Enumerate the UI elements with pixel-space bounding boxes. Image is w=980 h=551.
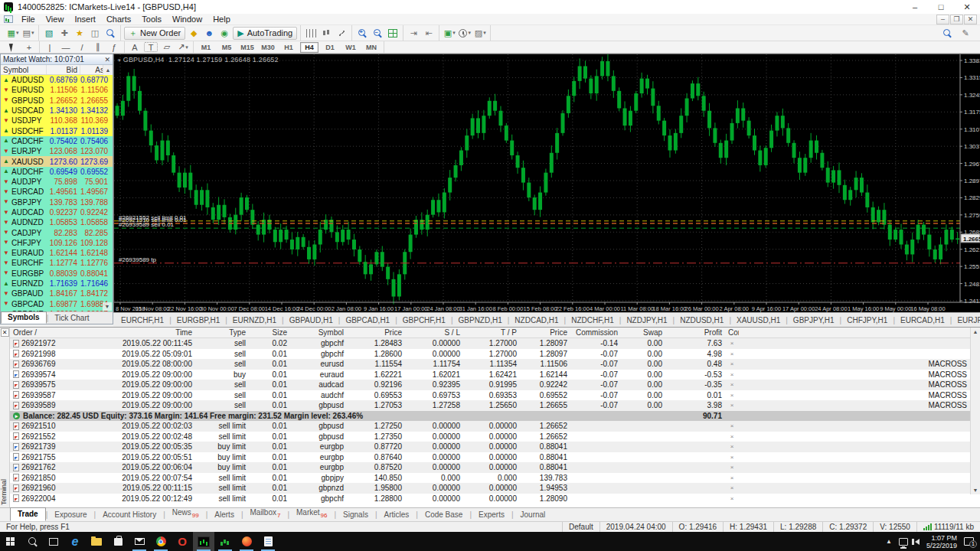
column-header-sl[interactable]: S / L bbox=[405, 328, 463, 337]
expert-advisors-icon[interactable]: ◆ bbox=[187, 27, 201, 40]
chart-tab-nzdusd-h1[interactable]: NZDUSD,H1 bbox=[675, 315, 729, 327]
order-row-26936769[interactable]: 269367692019.05.22 08:00:00sell0.01eurus… bbox=[10, 359, 970, 370]
chart-tab-eurcad-h1[interactable]: EURCAD,H1 bbox=[895, 315, 950, 327]
zoom-out-icon[interactable]: – bbox=[371, 27, 384, 40]
terminal-scrollbar[interactable]: ▲ ▼ bbox=[970, 328, 980, 494]
mt4-green-taskbar-icon[interactable] bbox=[214, 532, 236, 551]
chart-window[interactable]: ▾GBPUSD,H4 1.27124 1.27159 1.26648 1.266… bbox=[113, 54, 980, 312]
market-watch-tab-tick-chart[interactable]: Tick Chart bbox=[48, 313, 95, 324]
terminal-tab-account-history[interactable]: Account History bbox=[96, 509, 163, 521]
terminal-tab-signals[interactable]: Signals bbox=[336, 509, 375, 521]
order-row-26921755[interactable]: 269217552019.05.22 00:05:51buy limit0.01… bbox=[10, 452, 970, 463]
column-header-price[interactable]: Price bbox=[347, 328, 405, 337]
timeframe-button-h4[interactable]: H4 bbox=[300, 42, 318, 53]
browser-ball-taskbar-icon[interactable] bbox=[236, 532, 257, 551]
order-row-26921960[interactable]: 269219602019.05.22 00:11:15sell limit0.0… bbox=[10, 483, 970, 494]
crosshair-tool-icon[interactable]: + bbox=[22, 41, 36, 54]
notepad-taskbar-icon[interactable] bbox=[257, 532, 279, 551]
network-icon[interactable] bbox=[899, 538, 908, 546]
chart-tab-gbpjpy-h1[interactable]: GBPJPY,H1 bbox=[788, 315, 840, 327]
terminal-tab-code-base[interactable]: Code Base bbox=[418, 509, 469, 521]
start-button[interactable] bbox=[0, 532, 21, 551]
menu-item-help[interactable]: Help bbox=[207, 15, 236, 24]
chart-tab-eurjpy-daily[interactable]: EURJPY,Daily bbox=[952, 315, 980, 327]
maximize-button[interactable]: □ bbox=[928, 0, 954, 14]
chart-tab-eurnzd-h1[interactable]: EURNZD,H1 bbox=[227, 315, 282, 327]
order-row-26939574[interactable]: 269395742019.05.22 09:00:00buy0.01euraud… bbox=[10, 370, 970, 380]
order-row-26921762[interactable]: 269217622019.05.22 00:06:04buy limit0.01… bbox=[10, 462, 970, 473]
chart-tab-gbpaud-h1[interactable]: GBPAUD,H1 bbox=[284, 315, 338, 327]
close-order-icon[interactable]: × bbox=[725, 371, 739, 378]
chart-shift-icon[interactable]: ⇤ bbox=[422, 27, 436, 40]
market-watch-row-audnzd[interactable]: ▼AUDNZD1.058531.05858 bbox=[1, 217, 113, 227]
close-order-icon[interactable]: × bbox=[725, 433, 739, 440]
line-chart-mode-icon[interactable] bbox=[335, 27, 348, 40]
timeframe-button-m1[interactable]: M1 bbox=[197, 42, 215, 53]
timeframe-button-w1[interactable]: W1 bbox=[341, 42, 360, 53]
order-row-26939575[interactable]: 269395752019.05.22 09:00:00sell0.01audca… bbox=[10, 380, 970, 390]
mail-taskbar-icon[interactable] bbox=[129, 532, 150, 551]
templates-button[interactable]: ▨▾ bbox=[473, 27, 487, 40]
bar-chart-mode-icon[interactable] bbox=[304, 27, 318, 40]
column-header-symbol[interactable]: Symbol bbox=[290, 328, 347, 337]
menu-item-tools[interactable]: Tools bbox=[136, 15, 167, 24]
close-button[interactable]: ✕ bbox=[954, 0, 980, 14]
action-center-icon[interactable]: 1 bbox=[964, 537, 974, 546]
fibonacci-tool-icon[interactable]: ƒ bbox=[107, 41, 121, 54]
column-header-type[interactable]: Type bbox=[195, 328, 249, 337]
close-order-icon[interactable]: × bbox=[725, 495, 739, 502]
file-explorer-taskbar-icon[interactable] bbox=[86, 532, 107, 551]
market-watch-row-gbpcad[interactable]: ▼GBPCAD1.698771.69884 bbox=[1, 299, 113, 309]
timeframe-button-m5[interactable]: M5 bbox=[217, 42, 236, 53]
market-watch-row-xauusd[interactable]: ▲XAUUSD1273.601273.69 bbox=[1, 156, 113, 166]
speaker-icon[interactable] bbox=[915, 539, 920, 545]
arrows-tool-icon[interactable]: ↗▾ bbox=[176, 41, 190, 54]
terminal-tab-articles[interactable]: Articles bbox=[377, 509, 416, 521]
price-chart[interactable]: 1.338301.331501.324501.317501.310701.303… bbox=[114, 54, 980, 312]
news-globe-icon[interactable]: ◉ bbox=[217, 27, 231, 40]
menu-item-window[interactable]: Window bbox=[167, 15, 207, 24]
close-order-icon[interactable]: × bbox=[725, 464, 739, 471]
column-header-swap[interactable]: Swap bbox=[621, 328, 665, 337]
column-header-commission[interactable]: Commission bbox=[570, 328, 621, 337]
market-watch-scroll-down[interactable]: ▼ bbox=[103, 302, 112, 311]
chart-tab-eurchf-h1[interactable]: EURCHF,H1 bbox=[116, 315, 169, 327]
market-watch-row-cadjpy[interactable]: ▼CADJPY82.28382.285 bbox=[1, 227, 113, 237]
hidden-icons-chevron[interactable]: ▲ bbox=[886, 538, 892, 545]
tile-windows-icon[interactable] bbox=[386, 27, 400, 40]
terminal-tab-mailbox[interactable]: Mailbox7 bbox=[243, 507, 288, 521]
text-tool-icon[interactable]: A bbox=[128, 41, 142, 54]
close-order-icon[interactable]: × bbox=[725, 454, 739, 461]
order-row-26939587[interactable]: 269395872019.05.22 09:00:00sell0.01audch… bbox=[10, 390, 970, 401]
market-watch-row-eurnzd[interactable]: ▲EURNZD1.716391.71646 bbox=[1, 279, 113, 289]
close-order-icon[interactable]: × bbox=[725, 402, 739, 409]
market-watch-scroll-up[interactable]: ▲ bbox=[103, 65, 113, 75]
market-watch-row-audjpy[interactable]: ▼AUDJPY75.89875.901 bbox=[1, 177, 113, 187]
taskbar-search-button[interactable] bbox=[21, 532, 43, 551]
menu-item-file[interactable]: File bbox=[16, 15, 41, 24]
market-watch-row-eurgbp[interactable]: ▼EURGBP0.880390.88041 bbox=[1, 269, 113, 279]
search-icon[interactable] bbox=[940, 27, 954, 40]
new-chart-button[interactable]: ▦▾ bbox=[6, 27, 20, 40]
mt4-taskbar-icon-active[interactable] bbox=[193, 532, 214, 551]
indicators-button[interactable]: ▣▾ bbox=[443, 27, 456, 40]
chart-tab-nzdchf-h1[interactable]: NZDCHF,H1 bbox=[566, 315, 619, 327]
chart-tab-chfjpy-h1[interactable]: CHFJPY,H1 bbox=[841, 315, 893, 327]
chart-tab-nzdcad-h1[interactable]: NZDCAD,H1 bbox=[509, 315, 564, 327]
market-watch-row-cadchf[interactable]: ▲CADCHF0.754020.75406 bbox=[1, 136, 113, 146]
child-minimize-button[interactable]: – bbox=[936, 15, 949, 24]
timeframe-button-d1[interactable]: D1 bbox=[321, 42, 339, 53]
market-watch-row-usdjpy[interactable]: ▼USDJPY110.368110.369 bbox=[1, 116, 113, 126]
market-watch-toggle-icon[interactable] bbox=[103, 27, 117, 40]
chart-tab-gbpnzd-h1[interactable]: GBPNZD,H1 bbox=[453, 315, 508, 327]
vertical-line-tool-icon[interactable]: | bbox=[43, 41, 57, 54]
text-label-tool-icon[interactable]: T bbox=[144, 42, 158, 52]
store-taskbar-icon[interactable] bbox=[107, 532, 129, 551]
cursor-tool-icon[interactable] bbox=[6, 41, 20, 54]
order-row-26939589[interactable]: 269395892019.05.22 09:00:00sell0.01gbpus… bbox=[10, 400, 970, 411]
periods-button[interactable]: ▾ bbox=[458, 27, 472, 40]
favorites-icon[interactable]: ★ bbox=[73, 27, 87, 40]
minimize-button[interactable]: – bbox=[902, 0, 928, 14]
terminal-tab-news[interactable]: News99 bbox=[165, 507, 206, 521]
chart-tab-gbpcad-h1[interactable]: GBPCAD,H1 bbox=[340, 315, 395, 327]
